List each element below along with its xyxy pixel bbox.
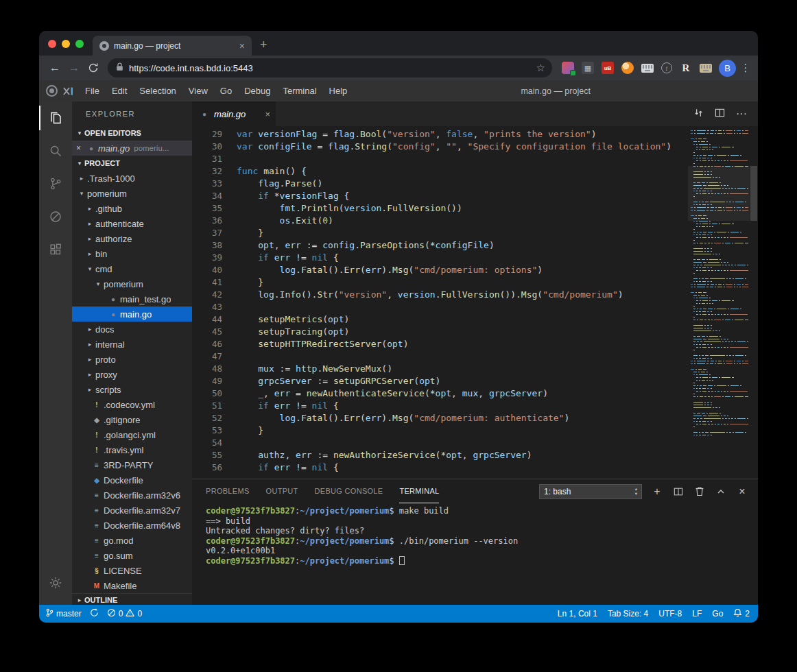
folder-trash-1000[interactable]: ▸.Trash-1000 xyxy=(72,171,192,186)
new-terminal-button[interactable]: + xyxy=(651,485,663,498)
file-dockerfile-arm32v6[interactable]: ≡Dockerfile.arm32v6 xyxy=(72,488,192,503)
maximize-panel-icon[interactable] xyxy=(715,485,727,498)
file-go-mod[interactable]: ≡go.mod xyxy=(72,533,192,548)
code-line[interactable]: 43 xyxy=(192,301,688,313)
menu-view[interactable]: View xyxy=(182,80,214,101)
file-gitignore[interactable]: ◆.gitignore xyxy=(72,412,192,427)
bookmark-star-icon[interactable]: ☆ xyxy=(536,62,545,74)
address-bar[interactable]: https://code.int.nas.bdd.io:5443 ☆ xyxy=(108,58,552,77)
code-line[interactable]: 50_, err = newAuthenticateService(*opt, … xyxy=(192,387,688,400)
split-editor-icon[interactable] xyxy=(715,108,725,121)
panel-tab-problems[interactable]: PROBLEMS xyxy=(206,479,250,503)
code-line[interactable]: 53} xyxy=(192,424,688,437)
keyboard-dark-extension-icon[interactable] xyxy=(700,64,712,73)
encoding-indicator[interactable]: UTF-8 xyxy=(658,609,682,619)
file-makefile[interactable]: MMakefile xyxy=(72,578,192,593)
source-control-icon[interactable] xyxy=(39,167,72,200)
file-go-sum[interactable]: ≡go.sum xyxy=(72,548,192,563)
extension-colorful-icon[interactable] xyxy=(562,62,574,74)
extension-grid-icon[interactable]: ▦ xyxy=(582,62,594,74)
menu-file[interactable]: File xyxy=(79,80,106,101)
file-main-test-go[interactable]: ●main_test.go xyxy=(72,291,192,307)
search-icon[interactable] xyxy=(39,134,72,167)
info-extension-icon[interactable]: i xyxy=(661,62,672,73)
close-window-button[interactable] xyxy=(48,40,56,48)
code-line[interactable]: 56if err != nil { xyxy=(192,461,688,474)
problems-indicator[interactable]: 0 0 xyxy=(107,608,142,619)
code-line[interactable]: 40log.Fatal().Err(err).Msg("cmd/pomerium… xyxy=(192,264,688,276)
code-line[interactable]: 32func main() { xyxy=(192,165,688,178)
file-dockerfile-arm64v8[interactable]: ≡Dockerfile.arm64v8 xyxy=(72,518,192,533)
file-license[interactable]: §LICENSE xyxy=(72,563,192,578)
file-travis-yml[interactable]: !.travis.yml xyxy=(72,442,192,457)
forward-icon[interactable]: → xyxy=(65,59,83,77)
code-line[interactable]: 31 xyxy=(192,153,688,165)
code-line[interactable]: 34if *versionFlag { xyxy=(192,190,688,202)
menu-edit[interactable]: Edit xyxy=(106,80,133,101)
sync-button[interactable] xyxy=(90,608,99,619)
terminal-cursor[interactable] xyxy=(399,556,405,565)
folder-internal[interactable]: ▸internal xyxy=(72,337,192,352)
code-line[interactable]: 41} xyxy=(192,276,688,289)
menu-selection[interactable]: Selection xyxy=(133,80,182,101)
folder-proxy[interactable]: ▸proxy xyxy=(72,367,192,382)
r-extension-icon[interactable]: R xyxy=(680,62,692,74)
folder-scripts[interactable]: ▸scripts xyxy=(72,382,192,397)
reload-icon[interactable] xyxy=(84,59,102,77)
keyboard-extension-icon[interactable] xyxy=(641,64,654,73)
extension-orange-icon[interactable] xyxy=(621,62,634,74)
extensions-icon[interactable] xyxy=(39,233,72,266)
project-header[interactable]: ▾ PROJECT xyxy=(72,156,192,171)
close-panel-icon[interactable]: × xyxy=(736,485,748,498)
code-line[interactable]: 46setupHTTPRedirectServer(opt) xyxy=(192,338,688,350)
code-line[interactable]: 52log.Fatal().Err(err).Msg("cmd/pomerium… xyxy=(192,412,688,424)
open-editors-header[interactable]: ▾ OPEN EDITORS xyxy=(72,125,192,141)
zoom-window-button[interactable] xyxy=(75,40,84,48)
panel-tab-output[interactable]: OUTPUT xyxy=(266,479,298,503)
tab-close-icon[interactable]: × xyxy=(238,40,246,51)
code-line[interactable]: 47 xyxy=(192,350,688,363)
code-line[interactable]: 33flag.Parse() xyxy=(192,178,688,190)
minimap[interactable] xyxy=(688,126,750,479)
explorer-icon[interactable] xyxy=(39,101,72,134)
split-terminal-button[interactable] xyxy=(672,485,685,498)
open-changes-icon[interactable] xyxy=(693,108,704,121)
code-line[interactable]: 49grpcServer := setupGRPCServer(opt) xyxy=(192,375,688,387)
menu-go[interactable]: Go xyxy=(214,80,238,101)
profile-avatar[interactable]: B xyxy=(719,60,736,77)
file-golangci-yml[interactable]: !.golangci.yml xyxy=(72,427,192,442)
code-line[interactable]: 36os.Exit(0) xyxy=(192,215,688,227)
file-main-go[interactable]: ●main.go xyxy=(72,307,192,322)
code-line[interactable]: 45setupTracing(opt) xyxy=(192,326,688,338)
code-line[interactable]: 30var configFile = flag.String("config",… xyxy=(192,141,688,153)
folder-pomerium[interactable]: ▾pomerium xyxy=(72,186,192,201)
menu-debug[interactable]: Debug xyxy=(238,80,276,101)
scrollbar-thumb[interactable] xyxy=(750,166,757,221)
folder-github[interactable]: ▸.github xyxy=(72,201,192,216)
editor-tab-main-go[interactable]: ● main.go × xyxy=(192,101,276,126)
code-line[interactable]: 39if err != nil { xyxy=(192,252,688,264)
folder-bin[interactable]: ▸bin xyxy=(72,246,192,261)
code-line[interactable]: 42log.Info().Str("version", version.Full… xyxy=(192,289,688,301)
tab-size-indicator[interactable]: Tab Size: 4 xyxy=(608,609,648,619)
folder-cmd[interactable]: ▾cmd xyxy=(72,261,192,276)
notifications-bell[interactable]: 2 xyxy=(733,608,750,619)
browser-menu-icon[interactable]: ⋮ xyxy=(740,62,751,74)
code-line[interactable]: 38opt, err := config.ParseOptions(*confi… xyxy=(192,239,688,252)
code-line[interactable]: 54 xyxy=(192,437,688,449)
new-tab-button[interactable]: + xyxy=(260,38,267,52)
folder-pomerium[interactable]: ▾pomerium xyxy=(72,276,192,291)
eol-indicator[interactable]: LF xyxy=(692,609,702,619)
settings-gear-icon[interactable] xyxy=(39,566,72,599)
folder-proto[interactable]: ▸proto xyxy=(72,352,192,367)
code-area[interactable]: 29var versionFlag = flag.Bool("version",… xyxy=(192,126,688,479)
folder-docs[interactable]: ▸docs xyxy=(72,322,192,337)
menu-help[interactable]: Help xyxy=(323,80,354,101)
terminal-output[interactable]: coder@97523f7b3827:~/project/pomerium$ m… xyxy=(192,503,758,605)
code-line[interactable]: 55authz, err := newAuthorizeService(*opt… xyxy=(192,449,688,461)
code-line[interactable]: 35fmt.Println(version.FullVersion()) xyxy=(192,202,688,215)
debug-icon[interactable] xyxy=(39,200,72,233)
panel-tab-terminal[interactable]: TERMINAL xyxy=(399,479,439,503)
more-actions-icon[interactable]: ··· xyxy=(736,108,747,120)
tab-close-icon[interactable]: × xyxy=(265,109,270,119)
